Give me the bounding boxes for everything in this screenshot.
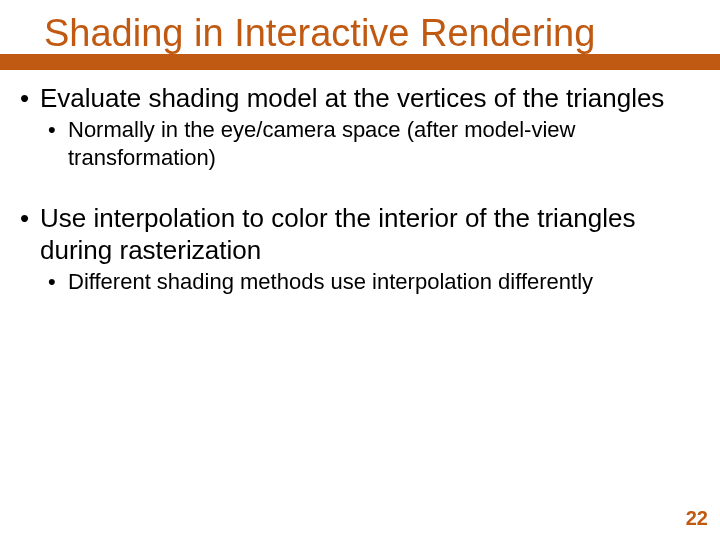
bullet-marker: • bbox=[48, 268, 68, 296]
content-area: • Evaluate shading model at the vertices… bbox=[20, 82, 700, 298]
page-number: 22 bbox=[686, 507, 708, 530]
title-band: Shading in Interactive Rendering bbox=[0, 10, 720, 70]
bullet-marker: • bbox=[20, 202, 40, 266]
accent-bar bbox=[0, 54, 720, 70]
bullet-level1: • Use interpolation to color the interio… bbox=[20, 202, 700, 266]
bullet-marker: • bbox=[48, 116, 68, 172]
bullet-text: Use interpolation to color the interior … bbox=[40, 202, 700, 266]
bullet-level2: • Normally in the eye/camera space (afte… bbox=[48, 116, 700, 172]
bullet-level2: • Different shading methods use interpol… bbox=[48, 268, 700, 296]
bullet-text: Evaluate shading model at the vertices o… bbox=[40, 82, 700, 114]
bullet-marker: • bbox=[20, 82, 40, 114]
slide-title: Shading in Interactive Rendering bbox=[44, 10, 595, 56]
spacer bbox=[20, 174, 700, 202]
slide: Shading in Interactive Rendering • Evalu… bbox=[0, 0, 720, 540]
bullet-level1: • Evaluate shading model at the vertices… bbox=[20, 82, 700, 114]
bullet-text: Normally in the eye/camera space (after … bbox=[68, 116, 700, 172]
bullet-text: Different shading methods use interpolat… bbox=[68, 268, 700, 296]
